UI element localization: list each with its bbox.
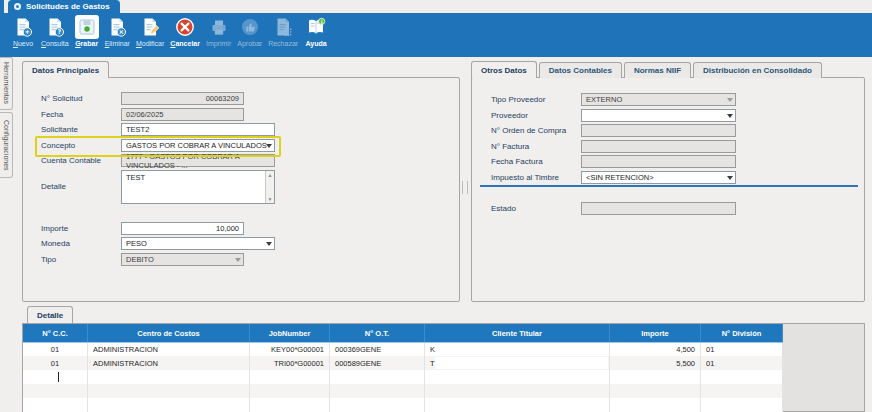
cell-division: 01 [701, 356, 783, 370]
print-icon [207, 15, 231, 39]
delete-document-icon: × [105, 15, 129, 39]
tab-otros-datos[interactable]: Otros Datos [471, 61, 537, 78]
svg-text:×: × [119, 28, 124, 36]
window-tab-icon [14, 3, 21, 10]
field-row-n-orden-de-compra: N° Orden de Compra [491, 124, 736, 137]
ayuda-button[interactable]: iAyuda [302, 13, 330, 47]
cell-division [701, 398, 783, 412]
field-row-impuesto-al-timbre: Impuesto al Timbre<SIN RETENCION> [491, 171, 736, 184]
sidebar-tab-configuraciones[interactable]: Configuraciones [0, 112, 13, 178]
reject-document-icon [271, 15, 295, 39]
tab-normas-niif[interactable]: Normas NIIF [624, 62, 691, 78]
svg-text:i: i [321, 19, 323, 25]
modificar-button[interactable]: Modificar [134, 13, 166, 47]
column-header-jobnumber[interactable]: JobNumber [250, 324, 330, 342]
panel-splitter[interactable] [462, 181, 468, 194]
tab-datos-contables[interactable]: Datos Contables [539, 62, 622, 78]
field-row-solicitante: SolicitanteTEST2 [41, 123, 275, 136]
nuevo-button[interactable]: +Nuevo [9, 13, 37, 47]
toolbar-button-label: Ayuda [306, 40, 327, 47]
field-row-estado: Estado [491, 202, 736, 215]
table-row-empty[interactable] [23, 398, 783, 412]
field-row-n-solicitud: N° Solicitud00063209 [41, 92, 244, 105]
field-label: Tipo [41, 255, 121, 264]
toolbar-button-label: Rechazar [268, 40, 298, 47]
combo-impuesto-al-timbre[interactable]: <SIN RETENCION> [581, 171, 736, 184]
window-tab-strip: Solicitudes de Gastos [0, 0, 872, 14]
input-n-orden-de-compra [581, 124, 736, 137]
scroll-up-icon[interactable]: ▲ [268, 172, 273, 178]
input-fecha: 02/06/2025 [121, 108, 244, 121]
tabstrip-edge [0, 0, 4, 13]
table-row-empty[interactable] [23, 370, 783, 384]
column-header-n-c-c[interactable]: N° C.C. [23, 324, 88, 342]
cell-cliente: T [425, 356, 610, 370]
combo-moneda[interactable]: PESO [121, 237, 275, 250]
toolbar-button-label: Cancelar [170, 40, 200, 47]
tab-datos-principales[interactable]: Datos Principales [22, 61, 109, 78]
redaction-overlay [435, 344, 608, 355]
cell-ot: 000589GENE [330, 356, 425, 370]
combo-tipo: DEBITO [121, 253, 244, 266]
field-label: Detalle [41, 182, 121, 191]
scroll-down-icon[interactable]: ▼ [268, 196, 273, 202]
input-solicitante[interactable]: TEST2 [121, 123, 275, 136]
field-row-n-factura: N° Factura [491, 140, 736, 153]
combo-proveedor[interactable] [581, 109, 736, 122]
cell-centro [88, 398, 250, 412]
column-header-importe[interactable]: Importe [610, 324, 701, 342]
toolbar: +Nuevo?ConsultaGrabar×EliminarModificarC… [0, 13, 872, 57]
chevron-down-icon [235, 258, 241, 262]
cell-cliente [425, 370, 610, 384]
textarea-scrollbar[interactable]: ▲▼ [265, 171, 274, 203]
tab-distribuci-n-en-consolidado[interactable]: Distribución en Consolidado [693, 62, 822, 78]
cell-cliente [425, 384, 610, 398]
tab-detalle[interactable]: Detalle [27, 306, 73, 323]
cancelar-button[interactable]: Cancelar [168, 13, 202, 47]
cell-importe [610, 370, 701, 384]
field-label: Cuenta Contable [41, 156, 121, 165]
cell-cliente: K [425, 343, 610, 356]
edit-document-icon [138, 15, 162, 39]
column-header-cliente-titular[interactable]: Cliente Titular [425, 324, 610, 342]
redaction-overlay [435, 357, 608, 369]
eliminar-button[interactable]: ×Eliminar [103, 13, 132, 47]
svg-text:?: ? [57, 28, 61, 36]
field-label: Concepto [41, 141, 121, 150]
field-label: Estado [491, 204, 581, 213]
field-row-tipo-proveedor: Tipo ProveedorEXTERNO [491, 93, 736, 106]
cell-division: 01 [701, 343, 783, 356]
field-row-fecha: Fecha02/06/2025 [41, 108, 244, 121]
consulta-button[interactable]: ?Consulta [39, 13, 71, 47]
field-label: Moneda [41, 239, 121, 248]
toolbar-button-label: Nuevo [13, 40, 33, 47]
imprimir-button: Imprimir [204, 13, 233, 47]
input-n-factura [581, 140, 736, 153]
sidebar-tab-herramientas[interactable]: Herramientas [0, 57, 13, 110]
column-header-centro-de-costos[interactable]: Centro de Costos [88, 324, 250, 342]
chevron-down-icon [727, 114, 733, 118]
new-document-icon: + [11, 15, 35, 39]
estado-separator [480, 185, 858, 187]
input-importe[interactable]: 10,000 [121, 222, 244, 235]
column-header-n-divisi-n[interactable]: N° División [701, 324, 783, 342]
grabar-button[interactable]: Grabar [73, 13, 101, 47]
cell-ot: 000369GENE [330, 343, 425, 356]
field-label: Fecha Factura [491, 157, 581, 166]
cell-centro: ADMINISTRACION [88, 356, 250, 370]
window-tab-solicitudes[interactable]: Solicitudes de Gastos [8, 0, 120, 13]
table-row[interactable]: 01ADMINISTRACIONTRI00*G00001000589GENET5… [23, 356, 783, 370]
textarea-detalle[interactable]: TEST▲▼ [121, 170, 275, 204]
cell-cc: 01 [23, 343, 88, 356]
otros-datos-panel: Tipo ProveedorEXTERNOProveedorN° Orden d… [471, 77, 865, 302]
input-n-solicitud: 00063209 [121, 92, 244, 105]
cell-job: TRI00*G00001 [250, 356, 330, 370]
table-row[interactable]: 01ADMINISTRACIONKEY00*G00001000369GENEK4… [23, 342, 783, 356]
column-header-n-o-t[interactable]: N° O.T. [330, 324, 425, 342]
combo-concepto[interactable]: GASTOS POR COBRAR A VINCULADOS [121, 139, 275, 152]
table-row-empty[interactable] [23, 384, 783, 398]
cell-ot [330, 398, 425, 412]
cell-job [250, 384, 330, 398]
toolbar-button-label: Aprobar [237, 40, 262, 47]
cell-ot [330, 370, 425, 384]
